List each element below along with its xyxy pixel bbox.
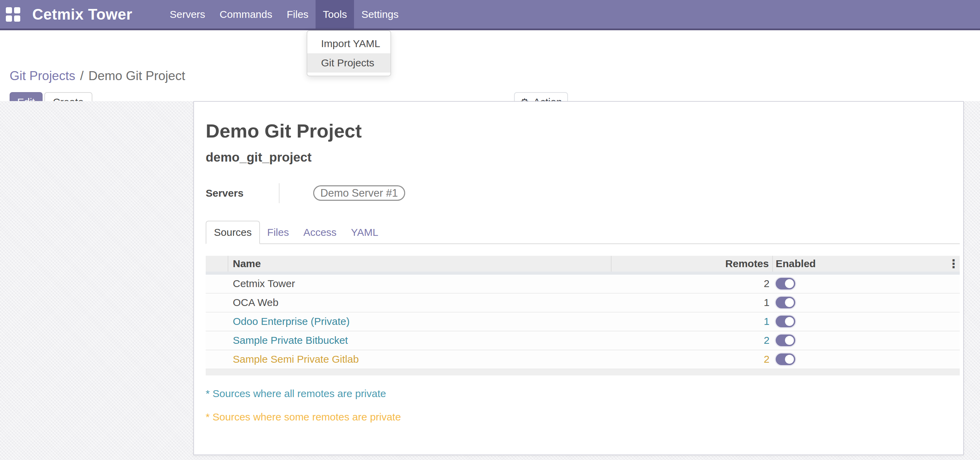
enabled-cell — [773, 294, 947, 312]
column-header-remotes[interactable]: Remotes — [612, 256, 773, 272]
toggle-knob — [785, 298, 794, 307]
row-spacer-cell — [947, 275, 960, 293]
top-navbar: Cetmix Tower Servers Commands Files Tool… — [0, 0, 980, 30]
remotes-count-cell[interactable]: 2 — [612, 350, 773, 369]
remotes-count-cell[interactable]: 2 — [612, 331, 773, 350]
optional-columns-button[interactable]: ⋮ — [947, 256, 960, 272]
remotes-count-cell[interactable]: 1 — [612, 313, 773, 331]
breadcrumb-current: Demo Git Project — [89, 69, 185, 83]
nav-item-servers[interactable]: Servers — [162, 0, 212, 29]
toggle-knob — [785, 336, 794, 345]
nav-item-settings[interactable]: Settings — [354, 0, 406, 29]
legend-some-remotes-private: * Sources where some remotes are private — [206, 411, 960, 423]
breadcrumb-link-git-projects[interactable]: Git Projects — [10, 69, 75, 83]
notebook-tabs: Sources Files Access YAML — [206, 222, 960, 244]
table-row[interactable]: OCA Web 1 — [206, 294, 960, 313]
tab-yaml[interactable]: YAML — [344, 221, 385, 243]
enabled-cell — [773, 275, 947, 293]
kebab-vertical-dots-icon: ⋮ — [948, 257, 959, 271]
form-sheet: Demo Git Project demo_git_project Server… — [193, 101, 964, 455]
servers-field-row: Servers Demo Server #1 — [206, 183, 960, 203]
table-header-row: Name Remotes Enabled ⋮ — [206, 256, 960, 275]
row-handle-cell — [206, 275, 228, 293]
enabled-toggle[interactable] — [776, 353, 795, 365]
row-handle-cell — [206, 350, 228, 369]
row-spacer-cell — [947, 313, 960, 331]
breadcrumb-separator: / — [80, 69, 83, 83]
enabled-toggle[interactable] — [776, 278, 795, 289]
tools-dropdown-menu: Import YAML Git Projects — [307, 30, 391, 76]
record-reference: demo_git_project — [206, 150, 960, 165]
breadcrumb: Git Projects / Demo Git Project — [10, 69, 185, 83]
row-handle-cell — [206, 294, 228, 312]
form-view-background: Demo Git Project demo_git_project Server… — [0, 101, 980, 460]
row-spacer-cell — [947, 331, 960, 350]
toggle-knob — [785, 355, 794, 364]
table-row[interactable]: Cetmix Tower 2 — [206, 275, 960, 294]
table-row[interactable]: Sample Semi Private Gitlab 2 — [206, 350, 960, 369]
tab-access[interactable]: Access — [296, 221, 344, 243]
row-handle-cell — [206, 331, 228, 350]
tab-sources[interactable]: Sources — [206, 221, 260, 244]
table-footer-strip — [206, 369, 960, 375]
remotes-count-cell[interactable]: 2 — [612, 275, 773, 293]
nav-item-tools[interactable]: Tools — [315, 0, 354, 29]
field-separator — [279, 183, 280, 203]
row-spacer-cell — [947, 294, 960, 312]
sources-table: Name Remotes Enabled ⋮ Cetmix Tower 2 — [206, 256, 960, 375]
nav-item-commands[interactable]: Commands — [213, 0, 280, 29]
enabled-cell — [773, 331, 947, 350]
table-header-handle-cell — [206, 256, 228, 272]
enabled-cell — [773, 313, 947, 331]
dropdown-item-import-yaml[interactable]: Import YAML — [307, 34, 390, 53]
servers-field-label: Servers — [206, 187, 279, 199]
dropdown-item-git-projects[interactable]: Git Projects — [307, 53, 390, 72]
source-name-cell[interactable]: Cetmix Tower — [228, 275, 612, 293]
row-handle-cell — [206, 313, 228, 331]
source-name-cell[interactable]: Sample Semi Private Gitlab — [228, 350, 612, 369]
column-header-name[interactable]: Name — [228, 256, 612, 272]
apps-menu-button[interactable] — [0, 0, 26, 29]
page-title: Demo Git Project — [206, 121, 960, 141]
toggle-knob — [785, 317, 794, 326]
table-row[interactable]: Sample Private Bitbucket 2 — [206, 331, 960, 350]
brand-title: Cetmix Tower — [32, 0, 132, 29]
remotes-count-cell[interactable]: 1 — [612, 294, 773, 312]
enabled-toggle[interactable] — [776, 334, 795, 346]
table-row[interactable]: Odoo Enterprise (Private) 1 — [206, 313, 960, 331]
source-name-cell[interactable]: Sample Private Bitbucket — [228, 331, 612, 350]
source-name-cell[interactable]: Odoo Enterprise (Private) — [228, 313, 612, 331]
main-menu: Servers Commands Files Tools Settings — [162, 0, 406, 29]
row-spacer-cell — [947, 350, 960, 369]
server-tag: Demo Server #1 — [313, 185, 405, 201]
enabled-toggle[interactable] — [776, 297, 795, 308]
enabled-cell — [773, 350, 947, 369]
control-panel: Git Projects / Demo Git Project Edit Cre… — [0, 30, 980, 101]
nav-item-files[interactable]: Files — [280, 0, 315, 29]
source-name-cell[interactable]: OCA Web — [228, 294, 612, 312]
toggle-knob — [785, 279, 794, 288]
tab-files[interactable]: Files — [260, 221, 296, 243]
legend-all-remotes-private: * Sources where all remotes are private — [206, 388, 960, 399]
apps-grid-icon — [6, 7, 20, 22]
enabled-toggle[interactable] — [776, 316, 795, 327]
column-header-enabled[interactable]: Enabled — [773, 256, 947, 272]
